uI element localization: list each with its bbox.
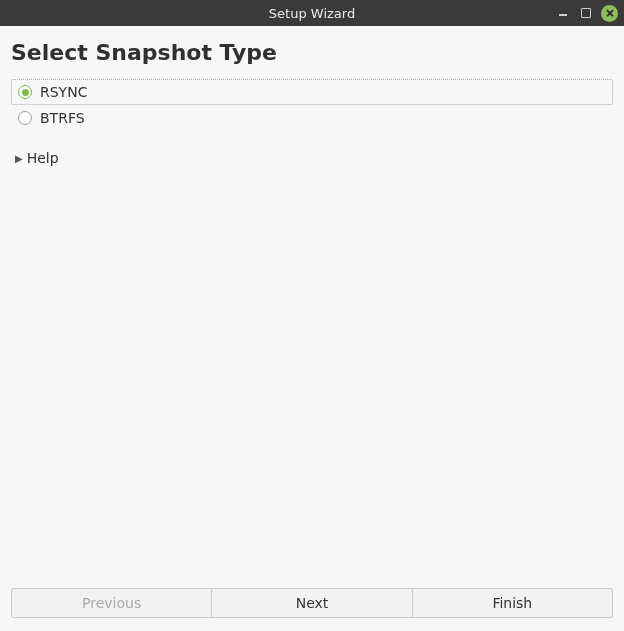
maximize-button[interactable] [581,8,591,18]
snapshot-type-group: RSYNC BTRFS [11,79,613,131]
radio-option-rsync[interactable]: RSYNC [11,79,613,105]
page-title: Select Snapshot Type [11,40,613,65]
help-label: Help [27,150,59,166]
spacer [11,169,613,588]
window-controls [554,0,618,26]
titlebar: Setup Wizard [0,0,624,26]
finish-button[interactable]: Finish [413,588,613,618]
previous-button[interactable]: Previous [11,588,212,618]
radio-indicator-icon [18,111,32,125]
radio-option-btrfs[interactable]: BTRFS [11,105,613,131]
help-expander[interactable]: ▶ Help [11,147,63,169]
window-title: Setup Wizard [269,6,355,21]
radio-label: RSYNC [40,84,87,100]
next-button[interactable]: Next [212,588,412,618]
minimize-button[interactable] [554,5,571,22]
chevron-right-icon: ▶ [15,153,23,164]
wizard-button-row: Previous Next Finish [0,588,624,631]
radio-indicator-icon [18,85,32,99]
close-button[interactable] [601,5,618,22]
radio-label: BTRFS [40,110,85,126]
wizard-content: Select Snapshot Type RSYNC BTRFS ▶ Help [0,26,624,588]
